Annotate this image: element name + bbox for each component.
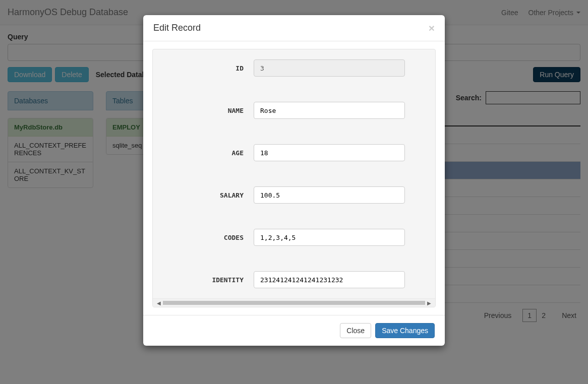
field-input-codes[interactable] [254, 229, 405, 246]
form-row: CODES [168, 229, 420, 246]
form-row: IDENTITY [168, 271, 420, 288]
modal-title: Edit Record [153, 23, 201, 33]
form-row: SALARY [168, 186, 420, 204]
close-button[interactable]: Close [340, 323, 371, 330]
scroll-thumb[interactable] [163, 301, 425, 305]
field-label: AGE [168, 149, 254, 157]
field-label: NAME [168, 107, 254, 114]
form-row: ID [168, 59, 420, 77]
scroll-left-icon[interactable]: ◀ [156, 300, 162, 306]
field-input-id [254, 59, 405, 77]
field-input-salary[interactable] [254, 186, 405, 204]
edit-record-modal: Edit Record × IDNAMEAGESALARYCODESIDENTI… [143, 15, 445, 330]
save-changes-button[interactable]: Save Changes [375, 323, 435, 330]
field-input-name[interactable] [254, 102, 405, 119]
field-label: IDENTITY [168, 276, 254, 284]
horizontal-scrollbar[interactable]: ◀ ▶ [153, 298, 435, 307]
field-label: CODES [168, 234, 254, 241]
field-input-age[interactable] [254, 144, 405, 161]
form-row: NAME [168, 102, 420, 119]
scroll-right-icon[interactable]: ▶ [426, 300, 432, 306]
form-panel: IDNAMEAGESALARYCODESIDENTITY ◀ ▶ [152, 49, 436, 307]
form-row: AGE [168, 144, 420, 161]
field-label: SALARY [168, 191, 254, 199]
field-label: ID [168, 65, 254, 72]
close-icon[interactable]: × [429, 23, 435, 33]
field-input-identity[interactable] [254, 271, 405, 288]
